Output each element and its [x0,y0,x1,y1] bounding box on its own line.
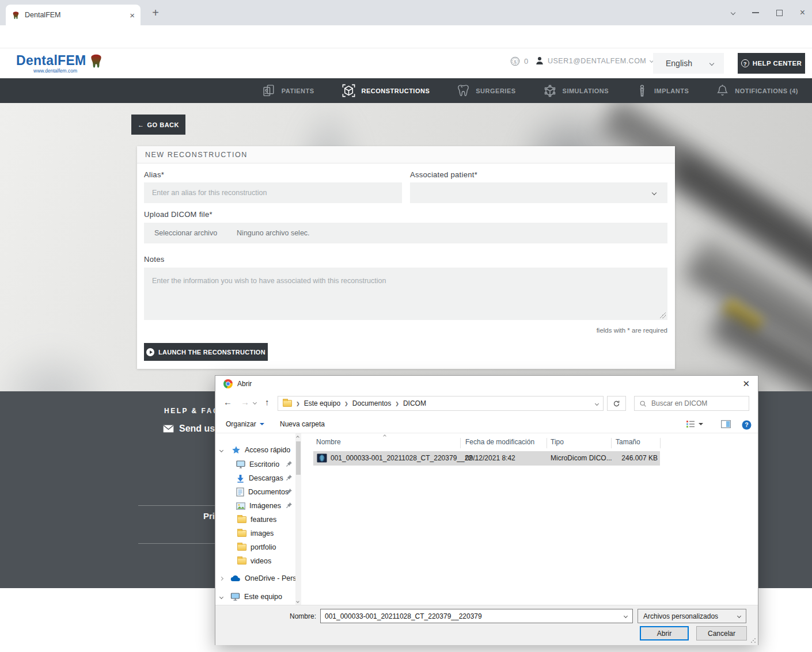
nav-item-reconstructions[interactable]: RECONSTRUCTIONS [341,83,430,98]
choose-file-button[interactable]: Seleccionar archivo [154,229,217,237]
nav-item-surgeries[interactable]: SURGERIES [456,83,515,98]
column-header-date[interactable]: Fecha de modificación [465,438,534,446]
scroll-up-icon[interactable] [296,436,299,439]
column-header-type[interactable]: Tipo [551,438,564,446]
file-input[interactable]: Seleccionar archivo Ninguno archivo sele… [144,223,667,243]
logo-tooth-icon [89,52,104,70]
new-tab-button[interactable]: + [149,6,162,20]
collapsed-caret-icon[interactable] [219,576,223,580]
folder-icon [237,558,246,565]
dialog-resize-grip[interactable] [750,638,756,643]
file-row[interactable]: 001_000033-001_20211028_CT_220379__22...… [313,451,660,466]
language-select[interactable]: English [653,53,724,74]
dialog-help-icon: ? [742,420,752,430]
pin-icon [286,460,293,467]
sidebar-item-images[interactable]: images [237,527,274,540]
search-box[interactable] [634,396,749,411]
dialog-up-icon[interactable]: ↑ [265,397,270,407]
column-header-size[interactable]: Tamaño [616,438,640,446]
site-logo[interactable]: DentalFEM [16,53,86,68]
notes-textarea[interactable] [144,268,667,320]
column-separator[interactable] [460,438,461,448]
column-header-name[interactable]: Nombre [316,438,341,446]
filename-caret-icon[interactable] [624,614,628,618]
sidebar-item-features[interactable]: features [237,513,276,527]
upload-label: Upload DICOM file* [144,210,213,219]
sidebar-item-onedrive[interactable]: OneDrive - Perso [220,571,301,585]
new-folder-button[interactable]: Nueva carpeta [280,420,325,428]
search-input[interactable] [651,399,738,407]
breadcrumb-this-pc[interactable]: Este equipo [304,399,340,407]
dialog-close-icon[interactable]: ✕ [742,379,750,389]
go-back-button[interactable]: ← GO BACK [131,115,185,135]
chrome-icon [223,379,233,388]
preview-pane-button[interactable] [721,420,731,428]
scroll-down-icon[interactable] [296,600,299,603]
breadcrumb-separator-icon: ❯ [344,401,348,406]
sidebar-item-downloads[interactable]: Descargas [236,471,283,485]
alias-input[interactable] [144,182,402,203]
no-file-text: Ninguno archivo selec. [237,229,309,237]
textarea-resize-handle[interactable] [660,312,666,318]
cancel-button[interactable]: Cancelar [696,626,747,640]
notifications-bell-icon [715,83,730,98]
details-view-icon [686,420,695,428]
maximize-icon[interactable] [776,10,783,16]
sidebar-item-pictures[interactable]: Imágenes [236,499,281,513]
site-header: DentalFEM www.dentalfem.com $ 0 USER1@DE… [0,48,812,78]
language-caret-icon [709,61,714,66]
tab-search-icon[interactable] [730,10,735,15]
svg-text:?: ? [745,421,748,428]
nav-item-simulations[interactable]: SIMULATIONS [542,83,609,98]
filetype-select[interactable]: Archivos personalizados [638,609,746,623]
dialog-back-icon[interactable]: ← [223,397,232,407]
scrollbar-thumb[interactable] [296,441,301,475]
mail-icon [163,425,174,433]
launch-reconstruction-button[interactable]: LAUNCH THE RECONSTRUCTION [144,343,268,361]
document-icon [236,487,244,497]
implants-icon [635,84,649,98]
breadcrumb-documents[interactable]: Documentos [352,399,391,407]
column-separator[interactable] [547,438,547,448]
minimize-icon[interactable] [752,12,759,13]
refresh-button[interactable] [607,396,626,411]
patient-select[interactable] [410,182,667,203]
open-button[interactable]: Abrir [640,626,689,640]
sidebar-item-portfolio[interactable]: portfolio [237,540,276,554]
column-separator[interactable] [660,438,661,448]
sidebar-item-desktop[interactable]: Escritorio [236,457,279,471]
filename-input[interactable] [321,612,624,620]
user-menu[interactable]: USER1@DENTALFEM.COM [536,56,653,65]
tab-close-icon[interactable]: × [130,10,135,20]
dialog-titlebar[interactable]: Abrir ✕ [215,376,758,392]
sidebar-item-documents[interactable]: Documentos [236,485,289,499]
browser-tab[interactable]: DentalFEM × [6,5,141,25]
column-separator[interactable] [611,438,612,448]
sidebar-quick-access[interactable]: Acceso rápido [220,443,290,457]
sidebar-item-this-pc[interactable]: Este equipo [220,590,282,604]
breadcrumb-folder-icon [283,400,292,407]
nav-item-implants[interactable]: IMPLANTS [635,84,689,98]
credits-indicator[interactable]: $ 0 [510,56,528,66]
filename-field[interactable] [320,609,633,623]
view-mode-button[interactable] [686,420,703,428]
breadcrumb-bar[interactable]: ❯ Este equipo ❯ Documentos ❯ DICOM [278,396,604,411]
pin-icon [286,474,293,481]
nav-item-patients[interactable]: PATIENTS [262,83,314,98]
dialog-forward-icon[interactable]: → [241,397,249,407]
folder-icon [237,544,246,551]
expand-caret-icon[interactable] [219,448,223,452]
help-button[interactable]: ? [742,420,752,430]
organize-menu[interactable]: Organizar [226,420,264,428]
sidebar-item-videos[interactable]: videos [237,554,271,568]
breadcrumb-caret-icon[interactable] [595,401,599,405]
nav-item-notifications[interactable]: NOTIFICATIONS (4) [715,83,798,98]
simulations-icon [542,83,557,98]
breadcrumb-dicom[interactable]: DICOM [403,399,426,407]
dialog-history-caret-icon[interactable] [253,401,257,405]
sidebar-scrollbar[interactable] [295,433,301,605]
expand-caret-icon[interactable] [219,594,223,598]
window-close-icon[interactable]: × [800,7,805,18]
file-date: 09/12/2021 8:42 [465,454,515,462]
help-center-button[interactable]: ? HELP CENTER [738,53,805,74]
